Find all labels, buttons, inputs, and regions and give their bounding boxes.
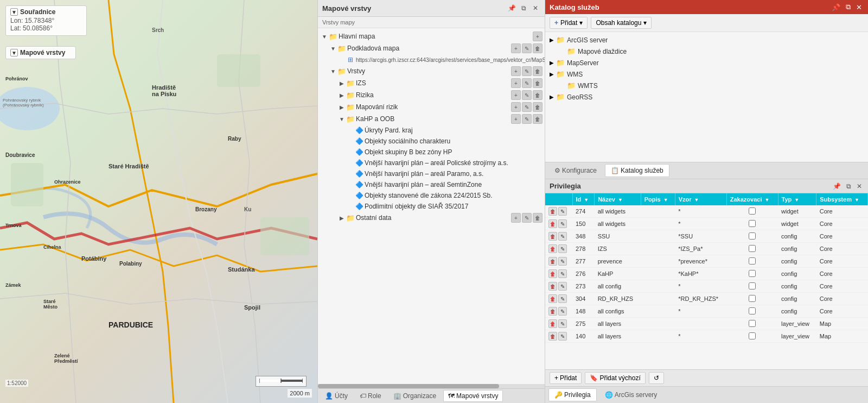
tab-ucty[interactable]: 👤 Účty [320, 390, 353, 402]
zakazovaci-checkbox[interactable] [749, 295, 756, 302]
catalog-item[interactable]: ▶ 📁 ArcGIS server [545, 34, 868, 46]
tree-item[interactable]: 🔷 Objekt skupiny B bez zóny HP [318, 147, 545, 158]
tab-mapove-vrstvy[interactable]: 🗺 Mapové vrstvy [443, 390, 503, 402]
cell-zakazovaci[interactable] [726, 330, 778, 343]
catalog-content-selector[interactable]: Obsah katalogu ▾ [591, 17, 652, 29]
row-delete-btn[interactable]: 🗑 [548, 257, 557, 266]
tree-item[interactable]: ▼ 📁 Podkladová mapa + ✎ 🗑 [318, 42, 545, 54]
del-btn[interactable]: 🗑 [533, 90, 542, 100]
row-edit-btn[interactable]: ✎ [558, 219, 567, 228]
layers-scrollbar[interactable] [318, 384, 545, 388]
cell-zakazovaci[interactable] [726, 305, 778, 318]
zakazovaci-checkbox[interactable] [749, 220, 756, 227]
tree-item[interactable]: 🔷 Objekty stanovené dle zákona 224/2015 … [318, 190, 545, 201]
cell-zakazovaci[interactable] [726, 230, 778, 243]
tab-organizace[interactable]: 🏢 Organizace [388, 390, 441, 402]
edit-btn[interactable]: ✎ [522, 114, 532, 124]
add-btn[interactable]: + [511, 213, 521, 223]
row-delete-btn[interactable]: 🗑 [548, 244, 557, 253]
layers-float-btn[interactable]: ⧉ [519, 3, 528, 13]
priv-close-btn[interactable]: ✕ [855, 182, 864, 190]
row-delete-btn[interactable]: 🗑 [548, 207, 557, 216]
row-edit-btn[interactable]: ✎ [558, 319, 567, 328]
del-btn[interactable]: 🗑 [533, 78, 542, 88]
tree-item[interactable]: 🔷 Vnější havarijní plán – areál Paramo, … [318, 168, 545, 179]
edit-btn[interactable]: ✎ [522, 102, 532, 112]
cell-zakazovaci[interactable] [726, 293, 778, 305]
row-delete-btn[interactable]: 🗑 [548, 319, 557, 328]
expand-icon[interactable]: ▶ [550, 37, 554, 43]
tree-item[interactable]: ⊞ https://arcgis.grh.izscr.cz:6443/arcgi… [318, 54, 545, 65]
priv-add-default-btn[interactable]: 🔖 Přidat výchozí [585, 372, 645, 384]
catalog-item[interactable]: 📁 Mapové dlaždice [545, 46, 868, 57]
tree-item[interactable]: ▼ 📁 KaHP a OOB + ✎ 🗑 [318, 113, 545, 125]
tree-item[interactable]: 🔷 Vnější havarijní plán – areál Policské… [318, 158, 545, 168]
tab-role[interactable]: 🏷 Role [355, 390, 386, 402]
cell-zakazovaci[interactable] [726, 255, 778, 268]
layers-expand[interactable]: ▼ [10, 49, 18, 56]
row-delete-btn[interactable]: 🗑 [548, 219, 557, 228]
add-btn[interactable]: + [511, 90, 521, 100]
add-btn[interactable]: + [511, 114, 521, 124]
row-edit-btn[interactable]: ✎ [558, 207, 567, 216]
cell-zakazovaci[interactable] [726, 205, 778, 218]
tree-item[interactable]: 🔷 Úkryty Pard. kraj [318, 125, 545, 136]
edit-btn[interactable]: ✎ [522, 43, 532, 53]
col-header-id[interactable]: Id ▼ [572, 193, 595, 205]
add-btn[interactable]: + [511, 66, 521, 76]
tree-item[interactable]: 🔷 Podlimitní objekty dle SIAŘ 35/2017 [318, 201, 545, 212]
expand-icon[interactable]: ▼ [329, 44, 337, 53]
row-edit-btn[interactable]: ✎ [558, 282, 567, 291]
expand-icon[interactable]: ▶ [337, 91, 346, 99]
cell-zakazovaci[interactable] [726, 218, 778, 230]
edit-btn[interactable]: ✎ [522, 66, 532, 76]
del-btn[interactable]: 🗑 [533, 66, 542, 76]
add-btn[interactable]: + [511, 43, 521, 53]
row-edit-btn[interactable]: ✎ [558, 232, 567, 241]
tree-item[interactable]: 🔷 Objekty sociálního charakteru [318, 136, 545, 147]
col-header-vzor[interactable]: Vzor ▼ [675, 193, 726, 205]
zakazovaci-checkbox[interactable] [749, 332, 756, 339]
tree-item[interactable]: ▶ 📁 IZS + ✎ 🗑 [318, 77, 545, 89]
zakazovaci-checkbox[interactable] [749, 320, 756, 327]
priv-refresh-btn[interactable]: ↺ [649, 372, 664, 384]
row-edit-btn[interactable]: ✎ [558, 307, 567, 316]
expand-icon[interactable]: ▶ [337, 213, 346, 222]
zakazovaci-checkbox[interactable] [749, 232, 756, 240]
row-edit-btn[interactable]: ✎ [558, 244, 567, 253]
expand-icon[interactable]: ▶ [550, 94, 554, 100]
catalog-item[interactable]: ▶ 📁 MapServer [545, 57, 868, 68]
expand-icon[interactable]: ▼ [337, 115, 346, 123]
row-delete-btn[interactable]: 🗑 [548, 332, 557, 341]
expand-icon[interactable]: ▶ [337, 103, 346, 111]
cell-zakazovaci[interactable] [726, 268, 778, 280]
priv-add-btn[interactable]: + Přidat [550, 372, 582, 384]
del-btn[interactable]: 🗑 [533, 43, 542, 53]
row-delete-btn[interactable]: 🗑 [548, 294, 557, 303]
col-header-nazev[interactable]: Název ▼ [595, 193, 641, 205]
del-btn[interactable]: 🗑 [533, 114, 542, 124]
col-header-zakazovaci[interactable]: Zakazovaci ▼ [726, 193, 778, 205]
cell-zakazovaci[interactable] [726, 280, 778, 293]
catalog-close-btn[interactable]: ✕ [854, 3, 864, 11]
zakazovaci-checkbox[interactable] [749, 270, 756, 277]
zakazovaci-checkbox[interactable] [749, 245, 756, 252]
tab-konfigurace[interactable]: ⚙ Konfigurace [548, 164, 603, 177]
expand-icon[interactable]: ▶ [337, 79, 346, 87]
catalog-item[interactable]: ▶ 📁 GeoRSS [545, 91, 868, 103]
layers-pin-btn[interactable]: 📌 [507, 3, 516, 13]
tree-item[interactable]: ▶ 📁 Ostatní data + ✎ 🗑 [318, 212, 545, 224]
expand-icon[interactable]: ▼ [329, 67, 337, 75]
col-header-popis[interactable]: Popis ▼ [641, 193, 675, 205]
add-btn[interactable]: + [533, 32, 542, 41]
edit-btn[interactable]: ✎ [522, 213, 532, 223]
tree-item[interactable]: ▼ 📁 Hlavní mapa + [318, 30, 545, 42]
row-delete-btn[interactable]: 🗑 [548, 232, 557, 241]
row-edit-btn[interactable]: ✎ [558, 332, 567, 341]
expand-icon[interactable]: ▶ [550, 60, 554, 66]
zakazovaci-checkbox[interactable] [749, 282, 756, 289]
catalog-item[interactable]: 📁 WMTS [545, 80, 868, 91]
expand-icon[interactable]: ▼ [320, 32, 329, 41]
add-btn[interactable]: + [511, 78, 521, 88]
tree-item[interactable]: 🔷 Vnější havarijní plán – areál SemtinZo… [318, 179, 545, 190]
